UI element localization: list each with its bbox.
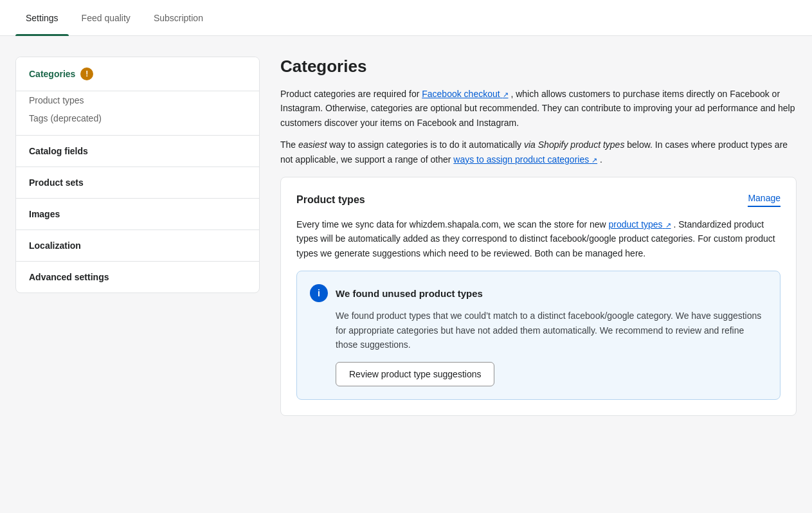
sidebar-item-product-sets[interactable]: Product sets [16, 167, 259, 199]
sidebar-item-images-label: Images [29, 209, 60, 219]
desc2-italic-bold: via Shopify product types [524, 140, 624, 150]
desc1-part1: Product categories are required for [280, 89, 422, 99]
sidebar-item-advanced-settings-label: Advanced settings [29, 272, 109, 282]
info-box-title: We found unused product types [336, 288, 483, 299]
sidebar-item-catalog-fields-label: Catalog fields [29, 146, 88, 156]
desc2-part2: way to assign categories is to do it aut… [327, 140, 524, 150]
top-nav: Settings Feed quality Subscription [0, 0, 812, 36]
body-part1: Every time we sync data for whizdem.shap… [296, 219, 609, 230]
sidebar-card: Categories ! Product types Tags (depreca… [15, 57, 260, 293]
sidebar-sub-items-categories: Product types Tags (deprecated) [16, 91, 259, 136]
desc2-part4: . [597, 154, 602, 165]
desc2-italic: easiest [298, 140, 327, 150]
warning-badge-icon: ! [80, 68, 93, 80]
card-header: Product types Manage [296, 193, 780, 207]
sidebar-item-images[interactable]: Images [16, 199, 259, 230]
card-body-text: Every time we sync data for whizdem.shap… [296, 217, 780, 260]
sidebar-sub-item-product-types[interactable]: Product types [29, 91, 246, 109]
product-types-link[interactable]: product types ↗ [609, 219, 671, 230]
sidebar-item-categories[interactable]: Categories ! [16, 57, 259, 91]
tab-subscription[interactable]: Subscription [143, 0, 213, 36]
description-paragraph-2: The easiest way to assign categories is … [280, 138, 797, 166]
sidebar-sub-item-tags-deprecated[interactable]: Tags (deprecated) [29, 109, 246, 127]
info-box-body: We found product types that we could’t m… [310, 309, 767, 352]
ways-link[interactable]: ways to assign product categories ↗ [453, 154, 597, 165]
sidebar-item-advanced-settings[interactable]: Advanced settings [16, 262, 259, 292]
review-product-type-suggestions-button[interactable]: Review product type suggestions [336, 362, 494, 386]
sidebar-item-catalog-fields[interactable]: Catalog fields [16, 136, 259, 167]
manage-button[interactable]: Manage [748, 193, 780, 207]
sidebar-item-categories-label: Categories [29, 69, 75, 79]
facebook-checkout-link[interactable]: Facebook checkout ↗ [422, 89, 508, 99]
main-container: Categories ! Product types Tags (depreca… [0, 36, 812, 437]
product-types-card: Product types Manage Every time we sync … [280, 177, 797, 416]
info-circle-icon: i [310, 284, 328, 302]
main-content: Categories Product categories are requir… [280, 57, 797, 416]
sidebar-item-localization[interactable]: Localization [16, 230, 259, 262]
info-box-header: i We found unused product types [310, 284, 767, 302]
info-box: i We found unused product types We found… [296, 271, 780, 400]
external-link-icon-1: ↗ [503, 91, 509, 98]
product-types-title: Product types [296, 194, 365, 206]
sidebar: Categories ! Product types Tags (depreca… [15, 57, 260, 416]
tab-settings[interactable]: Settings [15, 0, 69, 36]
tab-feed-quality[interactable]: Feed quality [71, 0, 141, 36]
sidebar-item-localization-label: Localization [29, 240, 81, 251]
sidebar-item-product-sets-label: Product sets [29, 177, 84, 188]
external-link-icon-2: ↗ [591, 156, 597, 164]
description-paragraph-1: Product categories are required for Face… [280, 87, 797, 130]
page-title: Categories [280, 57, 797, 76]
external-link-icon-3: ↗ [665, 221, 671, 229]
desc2-part1: The [280, 140, 298, 150]
